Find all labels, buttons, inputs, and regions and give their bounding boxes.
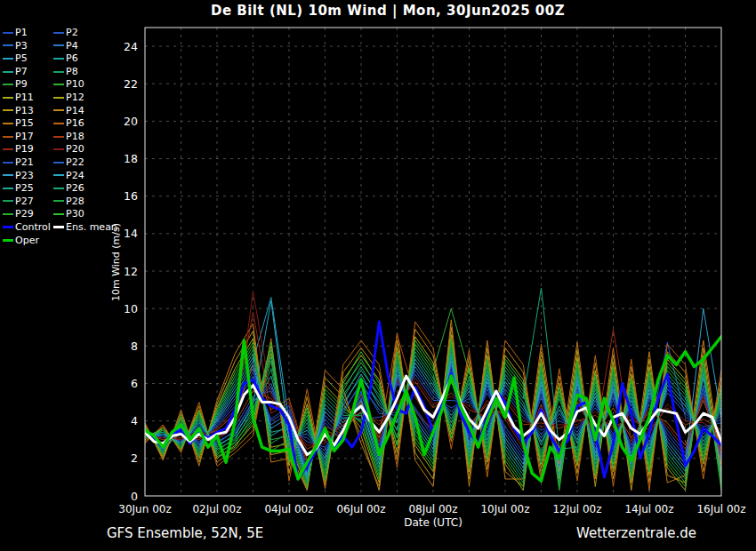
x-tick-label-8: 16Jul 00z bbox=[696, 503, 745, 515]
y-tick-label-12: 12 bbox=[124, 265, 138, 278]
x-tick-label-4: 08Jul 00z bbox=[408, 503, 457, 515]
x-tick-label-0: 30Jun 00z bbox=[118, 503, 171, 515]
gfs-ensemble-plot: De Bilt (NL) 10m Wind | Mon, 30Jun2025 0… bbox=[0, 0, 756, 551]
x-axis-tick-labels: 30Jun 00z02Jul 00z04Jul 00z06Jul 00z08Ju… bbox=[118, 503, 745, 515]
x-tick-label-2: 04Jul 00z bbox=[264, 503, 313, 515]
y-tick-label-20: 20 bbox=[124, 115, 138, 128]
series-lines bbox=[145, 288, 721, 491]
x-tick-label-3: 06Jul 00z bbox=[336, 503, 385, 515]
y-tick-label-24: 24 bbox=[124, 40, 138, 53]
y-tick-label-8: 8 bbox=[131, 339, 138, 353]
y-axis-tick-labels: 024681012141618202224 bbox=[124, 40, 138, 503]
x-tick-label-5: 10Jul 00z bbox=[480, 503, 529, 515]
y-tick-label-22: 22 bbox=[124, 77, 138, 91]
y-axis-title: 10m Wind (m/s) bbox=[110, 223, 122, 301]
footer-watermark: Wetterzentrale.de bbox=[576, 525, 696, 541]
x-axis-title: Date (UTC) bbox=[404, 516, 462, 529]
y-tick-label-6: 6 bbox=[131, 377, 138, 390]
chart-canvas: 024681012141618202224 30Jun 00z02Jul 00z… bbox=[0, 0, 756, 551]
y-tick-label-2: 2 bbox=[131, 451, 138, 465]
footer-model-info: GFS Ensemble, 52N, 5E bbox=[107, 525, 263, 541]
y-tick-label-0: 0 bbox=[131, 490, 138, 503]
y-tick-label-4: 4 bbox=[131, 414, 138, 427]
y-tick-label-18: 18 bbox=[124, 152, 138, 165]
y-tick-label-14: 14 bbox=[124, 227, 138, 240]
x-tick-label-6: 12Jul 00z bbox=[552, 503, 601, 515]
x-tick-label-1: 02Jul 00z bbox=[192, 503, 241, 515]
y-tick-label-16: 16 bbox=[124, 189, 138, 203]
y-tick-label-10: 10 bbox=[124, 302, 138, 315]
x-tick-label-7: 14Jul 00z bbox=[624, 503, 673, 515]
